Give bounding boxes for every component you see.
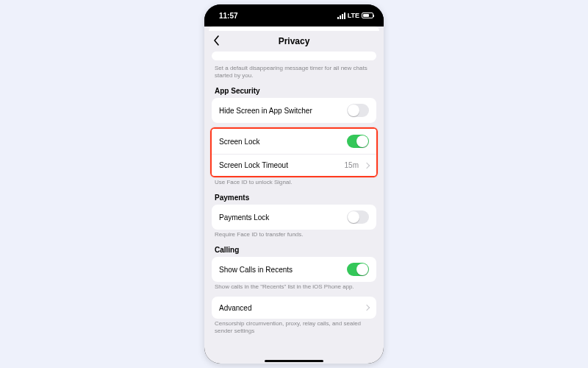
phone-frame: 11:57 LTE Privacy Set a default disappea… [204, 4, 384, 364]
security-hide-group: Hide Screen in App Switcher [212, 98, 376, 123]
nav-bar: Privacy [204, 31, 384, 52]
calling-group: Show Calls in Recents [212, 257, 376, 282]
payments-footer: Require Face ID to transfer funds. [204, 230, 384, 244]
chevron-left-icon [213, 35, 220, 46]
disappearing-hint: Set a default disappearing message timer… [204, 63, 384, 85]
screen-lock-highlight: Screen Lock Screen Lock Timeout 15m [210, 127, 378, 177]
calling-section-title: Calling [204, 244, 384, 257]
payments-lock-label: Payments Lock [219, 213, 269, 222]
hide-screen-row[interactable]: Hide Screen in App Switcher [212, 98, 376, 123]
show-recents-toggle[interactable] [347, 263, 369, 276]
previous-group-stub [212, 52, 376, 60]
back-button[interactable] [210, 34, 223, 47]
screen-lock-timeout-value: 15m [345, 161, 359, 169]
payments-lock-toggle[interactable] [347, 210, 369, 224]
settings-content[interactable]: Set a default disappearing message timer… [204, 52, 384, 364]
screen-lock-group: Screen Lock Screen Lock Timeout 15m [212, 129, 376, 176]
screen: Privacy Set a default disappearing messa… [204, 26, 384, 364]
signal-icon [337, 13, 345, 19]
payments-section-title: Payments [204, 192, 384, 205]
nav-bar-wrap: Privacy [204, 26, 384, 52]
advanced-label: Advanced [219, 304, 251, 312]
page-title: Privacy [279, 36, 310, 46]
payments-group: Payments Lock [212, 205, 376, 230]
chevron-right-icon [364, 305, 370, 311]
home-indicator [265, 360, 323, 362]
hide-screen-toggle[interactable] [347, 104, 369, 117]
payments-lock-row[interactable]: Payments Lock [212, 205, 376, 230]
screen-lock-timeout-label: Screen Lock Timeout [219, 161, 288, 169]
security-section-title: App Security [204, 85, 384, 98]
battery-icon [362, 13, 373, 18]
chevron-right-icon [364, 162, 370, 168]
hide-screen-label: Hide Screen in App Switcher [219, 107, 312, 115]
security-footer: Use Face ID to unlock Signal. [204, 177, 384, 192]
screen-lock-timeout-row[interactable]: Screen Lock Timeout 15m [212, 154, 376, 176]
advanced-group: Advanced [212, 297, 376, 319]
screen-lock-label: Screen Lock [219, 138, 260, 146]
screen-lock-row[interactable]: Screen Lock [212, 129, 376, 154]
notch [270, 9, 318, 19]
advanced-footer: Censorship circumvention, proxy, relay c… [204, 319, 384, 347]
show-recents-label: Show Calls in Recents [219, 266, 293, 274]
calling-footer: Show calls in the "Recents" list in the … [204, 282, 384, 297]
status-time: 11:57 [219, 12, 238, 20]
screen-lock-toggle[interactable] [347, 135, 369, 148]
show-recents-row[interactable]: Show Calls in Recents [212, 257, 376, 282]
network-label: LTE [348, 12, 359, 19]
status-right: LTE [337, 12, 373, 19]
advanced-row[interactable]: Advanced [212, 297, 376, 319]
